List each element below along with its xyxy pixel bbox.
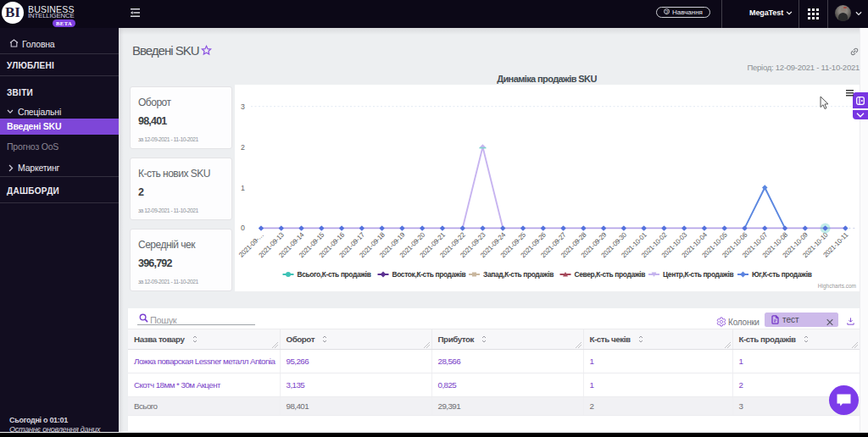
svg-text:Восток,К-сть продажів: Восток,К-сть продажів	[392, 270, 466, 279]
svg-text:Всього,К-сть продажів: Всього,К-сть продажів	[298, 270, 371, 279]
svg-text:0: 0	[241, 224, 245, 232]
svg-text:Highcharts.com: Highcharts.com	[818, 283, 856, 290]
svg-text:Центр,К-сть продажів: Центр,К-сть продажів	[663, 270, 733, 279]
svg-text:2: 2	[241, 143, 245, 152]
svg-text:1: 1	[241, 184, 245, 192]
svg-text:Север,К-сть продажів: Север,К-сть продажів	[575, 270, 646, 279]
svg-text:Юг,К-сть продажів: Юг,К-сть продажів	[752, 270, 812, 279]
svg-text:Запад,К-сть продажів: Запад,К-сть продажів	[483, 270, 554, 279]
svg-text:3: 3	[241, 102, 245, 111]
